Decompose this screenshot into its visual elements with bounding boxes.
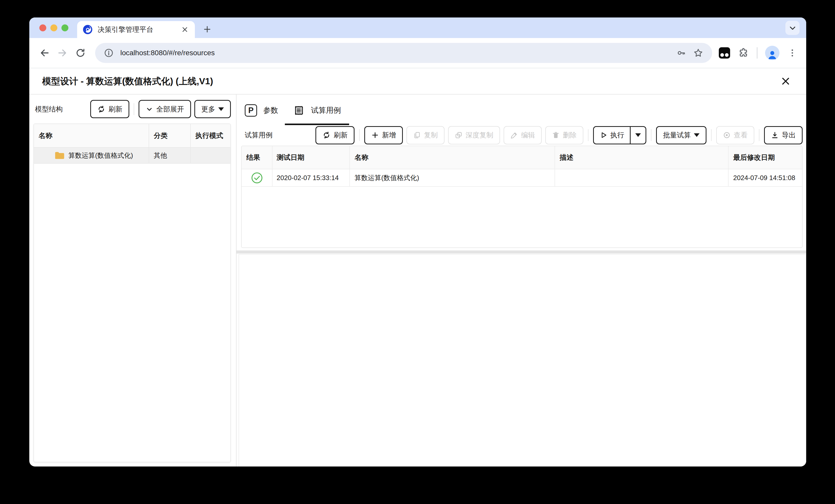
content-area: 模型结构 刷新 全部展开 更多 <box>29 94 806 466</box>
button-separator <box>759 129 759 141</box>
button-separator <box>134 103 134 115</box>
url-bar[interactable]: localhost:8080/#/re/resources <box>95 43 712 63</box>
forward-button[interactable] <box>55 45 70 61</box>
cases-refresh-button[interactable]: 刷新 <box>315 126 354 144</box>
export-button[interactable]: 导出 <box>764 126 802 144</box>
detail-panel: P 参数 试算用例 试算用例 <box>237 94 806 466</box>
tab-trial-cases[interactable]: 试算用例 <box>285 97 349 125</box>
tree-table-header: 名称 分类 执行模式 <box>34 124 230 148</box>
deep-copy-label: 深度复制 <box>466 130 493 140</box>
back-button[interactable] <box>37 45 53 61</box>
tab-parameters[interactable]: P 参数 <box>241 97 285 125</box>
tab-close-icon[interactable] <box>181 25 189 34</box>
deep-copy-button[interactable]: 深度复制 <box>448 126 500 144</box>
tree-refresh-label: 刷新 <box>108 105 122 114</box>
trial-cases-section-label: 试算用例 <box>245 130 272 140</box>
menu-kebab-icon[interactable] <box>787 48 797 58</box>
tree-refresh-button[interactable]: 刷新 <box>90 100 129 118</box>
edit-case-label: 编辑 <box>521 130 535 140</box>
horizontal-splitter[interactable] <box>237 250 806 254</box>
browser-tab[interactable]: 决策引擎管理平台 <box>77 21 195 38</box>
modal-header: 模型设计 - 算数运算(数值格式化) (上线,V1) <box>29 68 806 94</box>
model-structure-label: 模型结构 <box>35 105 63 114</box>
add-case-button[interactable]: 新增 <box>364 126 403 144</box>
view-case-label: 查看 <box>734 130 748 140</box>
extensions-puzzle-icon[interactable] <box>738 47 749 59</box>
execute-label: 执行 <box>610 130 624 140</box>
view-case-button[interactable]: 查看 <box>716 126 754 144</box>
batch-trial-button[interactable]: 批量试算 <box>656 126 707 144</box>
toolbar-separator <box>757 47 757 59</box>
add-case-label: 新增 <box>382 130 396 140</box>
browser-toolbar: localhost:8080/#/re/resources <box>29 38 806 68</box>
dark-extension-icon[interactable] <box>719 47 730 59</box>
edit-case-button[interactable]: 编辑 <box>504 126 542 144</box>
modal-close-icon[interactable] <box>780 76 791 87</box>
col-last-modified: 最后修改日期 <box>729 146 802 169</box>
copy-case-button[interactable]: 复制 <box>406 126 445 144</box>
window-minimize-light[interactable] <box>50 24 57 31</box>
cases-table-header: 结果 测试日期 名称 描述 最后修改日期 <box>242 146 802 169</box>
export-label: 导出 <box>782 130 796 140</box>
model-structure-toolbar: 模型结构 刷新 全部展开 更多 <box>34 94 231 124</box>
tab-search-button[interactable] <box>786 21 799 35</box>
window-zoom-light[interactable] <box>61 24 68 31</box>
button-separator <box>359 129 360 141</box>
more-label: 更多 <box>201 105 215 114</box>
tab-parameters-label: 参数 <box>263 105 278 115</box>
execute-dropdown-button[interactable] <box>631 127 646 144</box>
tree-row[interactable]: 算数运算(数值格式化) 其他 <box>34 148 230 164</box>
cases-refresh-label: 刷新 <box>334 130 348 140</box>
case-test-date: 2020-02-07 15:33:14 <box>272 169 350 186</box>
expand-all-label: 全部展开 <box>156 105 184 114</box>
password-key-icon[interactable] <box>676 48 687 58</box>
page-title: 模型设计 - 算数运算(数值格式化) (上线,V1) <box>42 75 213 87</box>
tree-row-exec-mode <box>191 148 230 163</box>
button-separator <box>651 129 651 141</box>
model-structure-panel: 模型结构 刷新 全部展开 更多 <box>29 94 237 466</box>
delete-case-button[interactable]: 删除 <box>545 126 583 144</box>
site-info-icon[interactable] <box>104 48 114 58</box>
folder-icon <box>55 151 65 160</box>
tab-strip: 决策引擎管理平台 <box>29 18 806 38</box>
toolbar-right <box>719 46 799 60</box>
tab-trial-cases-label: 试算用例 <box>311 105 341 115</box>
trial-cases-table: 结果 测试日期 名称 描述 最后修改日期 2020-02-07 15:33:14… <box>241 146 802 248</box>
case-description <box>555 169 729 186</box>
col-test-date: 测试日期 <box>272 146 350 169</box>
new-tab-button[interactable] <box>200 22 215 37</box>
execute-button[interactable]: 执行 <box>594 127 630 144</box>
profile-avatar[interactable] <box>765 46 779 60</box>
delete-case-label: 删除 <box>563 130 577 140</box>
button-separator <box>711 129 712 141</box>
browser-window: 决策引擎管理平台 localhost:8080/#/re/resources <box>29 18 806 466</box>
tab-title: 决策引擎管理平台 <box>98 25 175 34</box>
more-button[interactable]: 更多 <box>195 100 231 118</box>
detail-tabs: P 参数 试算用例 <box>241 94 802 126</box>
parameters-icon: P <box>245 104 257 117</box>
receipt-list-icon <box>293 105 305 117</box>
tree-col-name: 名称 <box>34 124 149 147</box>
col-description: 描述 <box>555 146 729 169</box>
tree-row-name: 算数运算(数值格式化) <box>68 151 133 160</box>
lower-empty-panel <box>239 254 806 466</box>
copy-case-label: 复制 <box>424 130 438 140</box>
reload-button[interactable] <box>73 45 88 61</box>
case-last-modified: 2024-07-09 14:51:08 <box>729 169 802 186</box>
case-row[interactable]: 2020-02-07 15:33:14 算数运算(数值格式化) 2024-07-… <box>242 169 802 187</box>
favicon <box>83 25 93 35</box>
trial-cases-toolbar: 试算用例 刷新 新增 复制 <box>241 126 802 144</box>
button-separator <box>588 129 588 141</box>
col-name: 名称 <box>350 146 555 169</box>
success-check-icon <box>251 172 263 184</box>
expand-all-button[interactable]: 全部展开 <box>139 100 191 118</box>
caret-down-icon <box>635 133 641 137</box>
tree-row-category: 其他 <box>149 148 191 163</box>
col-result: 结果 <box>242 146 272 169</box>
window-close-light[interactable] <box>39 24 46 31</box>
bookmark-star-icon[interactable] <box>693 48 704 58</box>
url-text[interactable]: localhost:8080/#/re/resources <box>120 49 669 57</box>
model-structure-table: 名称 分类 执行模式 算数运算(数值格式化) 其他 <box>34 124 231 462</box>
execute-split-button: 执行 <box>593 126 646 144</box>
case-name: 算数运算(数值格式化) <box>350 169 555 186</box>
